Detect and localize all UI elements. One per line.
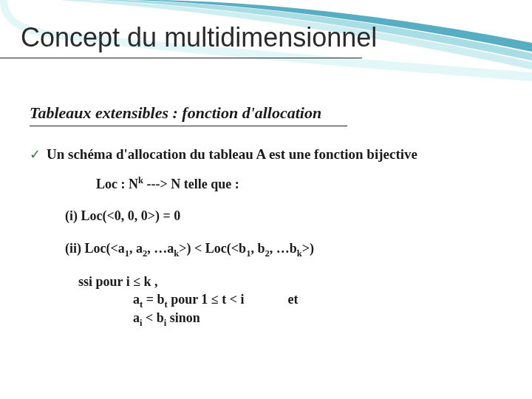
condition-i: (i) Loc(<0, 0, 0>) = 0 (65, 208, 502, 225)
condition-ii-line2: ssi pour i ≤ k , (78, 273, 502, 290)
subtitle-underline (30, 126, 347, 126)
slide-subtitle: Tableaux extensibles : fonction d'alloca… (30, 103, 502, 123)
condition-ii-line1: (ii) Loc(<a1, a2, …ak>) < Loc(<b1, b2, …… (65, 241, 502, 257)
condition-ii-line3: at = bt pour 1 ≤ t < i et (133, 290, 502, 308)
loc-definition: Loc : Nk ---> N telle que : (96, 177, 502, 192)
slide-body: Tableaux extensibles : fonction d'alloca… (30, 103, 502, 327)
bullet-text: Un schéma d'allocation du tableau A est … (47, 146, 417, 163)
check-icon: ✓ (30, 146, 41, 163)
bullet-item: ✓ Un schéma d'allocation du tableau A es… (30, 146, 502, 163)
title-underline (0, 58, 362, 58)
condition-ii-line4: ai < bi sinon (133, 309, 502, 327)
slide-title: Concept du multidimensionnel (21, 22, 377, 53)
